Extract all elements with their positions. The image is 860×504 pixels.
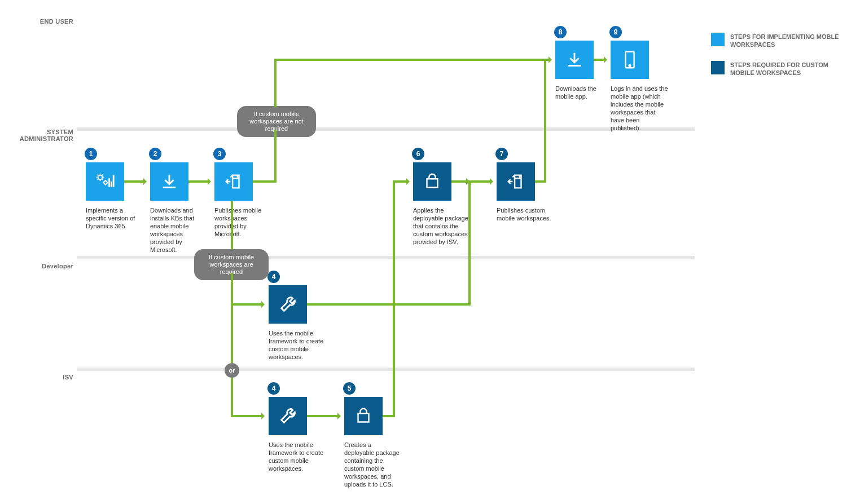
step-caption: Uses the mobile framework to create cust… [269, 329, 326, 361]
legend-label-custom: STEPS REQUIRED FOR CUSTOM MOBILE WORKSPA… [730, 61, 841, 77]
step-number: 9 [609, 26, 622, 38]
flow-line [393, 180, 395, 417]
step-caption: Logs in and uses the mobile app (which i… [611, 85, 668, 132]
step-number: 7 [495, 148, 508, 160]
step-2: 2 Downloads and installs KBs that enable… [150, 162, 208, 254]
flow-arrow [124, 180, 146, 183]
lane-developer [77, 259, 695, 368]
flow-arrow [451, 180, 468, 183]
step-caption: Publishes mobile workspaces provided by … [214, 206, 272, 238]
flow-arrow [231, 303, 264, 306]
step-number: 1 [85, 148, 97, 160]
step-1: 1 Implements a specific version of Dynam… [86, 162, 143, 230]
wrench-icon [269, 285, 307, 324]
step-number: 2 [149, 148, 161, 160]
step-number: 8 [554, 26, 567, 38]
legend-item-custom: STEPS REQUIRED FOR CUSTOM MOBILE WORKSPA… [711, 61, 841, 77]
step-4-isv: 4 Uses the mobile framework to create cu… [269, 397, 326, 472]
flow-line [274, 59, 277, 107]
flow-line [468, 180, 471, 306]
step-caption: Creates a deployable package containing … [344, 441, 402, 488]
publish-doc-icon [214, 162, 253, 201]
svg-point-0 [98, 175, 103, 180]
mobile-device-icon [611, 41, 649, 79]
step-number: 3 [213, 148, 226, 160]
bubble-or: or [225, 363, 239, 378]
step-caption: Implements a specific version of Dynamic… [86, 206, 143, 230]
step-number: 4 [267, 271, 280, 283]
svg-point-3 [629, 65, 631, 67]
step-3: 3 Publishes mobile workspaces provided b… [214, 162, 272, 238]
step-4-dev: 4 Uses the mobile framework to create cu… [269, 285, 326, 361]
flow-line [307, 303, 471, 306]
step-9: 9 Logs in and uses the mobile app (which… [611, 41, 668, 132]
flow-arrow [231, 415, 264, 417]
flow-line [231, 378, 233, 417]
flow-line [253, 180, 277, 183]
flow-arrow [594, 59, 606, 61]
lane-title-sys-admin: SYSTEM ADMINISTRATOR [0, 129, 73, 142]
step-caption: Applies the deployable package that cont… [413, 206, 471, 246]
step-caption: Downloads and installs KBs that enable m… [150, 206, 208, 254]
step-caption: Uses the mobile framework to create cust… [269, 441, 326, 472]
legend-item-impl: STEPS FOR IMPLEMENTING MOBLE WORKSPACES [711, 33, 841, 48]
diagram-canvas: END USER SYSTEM ADMINISTRATOR Developer … [0, 0, 860, 504]
step-number: 4 [267, 382, 280, 395]
step-number: 5 [343, 382, 356, 395]
legend-swatch-custom [711, 61, 725, 74]
lane-title-isv: ISV [0, 374, 73, 381]
flow-line [231, 201, 233, 249]
flow-arrow [188, 180, 210, 183]
bubble-not-required: If custom mobile workspaces are not requ… [237, 106, 316, 137]
lane-title-developer: Developer [0, 263, 73, 269]
wrench-icon [269, 397, 307, 435]
step-caption: Downloads the mobile app. [555, 85, 613, 100]
flow-line [231, 273, 233, 363]
step-caption: Publishes custom mobile workspaces. [497, 206, 554, 222]
legend-swatch-impl [711, 33, 725, 46]
svg-point-1 [104, 181, 107, 184]
flow-line [544, 59, 546, 183]
flow-arrow [274, 59, 551, 61]
step-8: 8 Downloads the mobile app. [555, 41, 613, 100]
flow-arrow [393, 180, 409, 183]
flow-arrow [307, 415, 340, 417]
legend-label-impl: STEPS FOR IMPLEMENTING MOBLE WORKSPACES [730, 33, 841, 48]
download-icon [150, 162, 188, 201]
lane-title-end-user: END USER [0, 18, 73, 25]
publish-doc-icon [497, 162, 535, 201]
step-6: 6 Applies the deployable package that co… [413, 162, 471, 246]
download-icon [555, 41, 594, 79]
package-icon [413, 162, 451, 201]
gears-chart-icon [86, 162, 124, 201]
package-icon [344, 397, 383, 435]
flow-line [274, 130, 277, 183]
legend: STEPS FOR IMPLEMENTING MOBLE WORKSPACES … [711, 33, 841, 89]
step-number: 6 [412, 148, 424, 160]
